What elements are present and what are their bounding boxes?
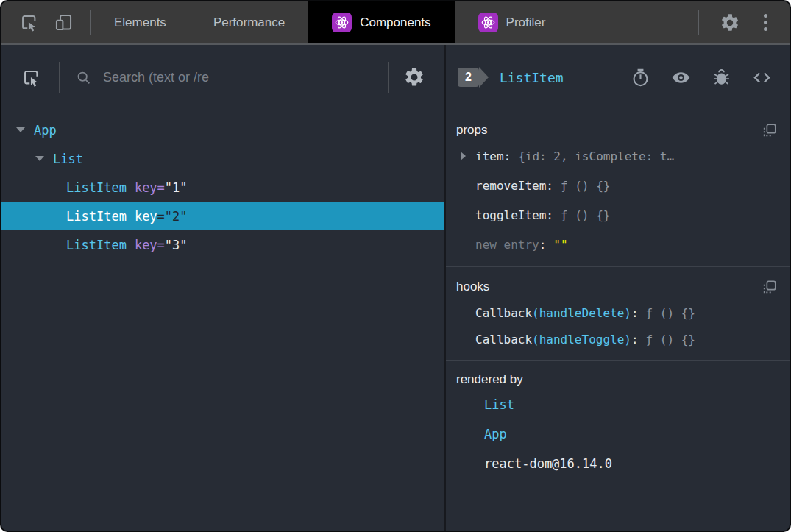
prop-name: removeItem <box>475 179 546 193</box>
search-icon <box>76 70 91 85</box>
component-name: ListItem <box>66 209 127 224</box>
tab-elements[interactable]: Elements <box>91 1 190 43</box>
key-attribute: key <box>135 238 157 252</box>
copy-hooks-icon[interactable] <box>762 279 778 295</box>
owners-stack-badge[interactable]: 2 <box>458 68 479 87</box>
component-name: ListItem <box>66 238 127 252</box>
react-logo-icon <box>478 13 498 32</box>
key-value: "1" <box>165 180 188 195</box>
key-attribute: key <box>135 209 157 224</box>
rendered-by-section-title: rendered by <box>456 372 523 387</box>
hook-name: Callback <box>475 333 532 347</box>
devtools-settings-gear-icon[interactable] <box>720 13 740 33</box>
component-tree: App List ListItemkey="1" ListItemkey="2"… <box>1 110 444 259</box>
hook-callback-name: (handleToggle) <box>532 333 631 347</box>
hook-row-handletoggle[interactable]: Callback(handleToggle): ƒ () {} <box>456 326 778 352</box>
new-entry-name-input[interactable]: new entry <box>475 238 539 252</box>
selected-component-panel: 2 ListItem <box>446 45 790 531</box>
tree-row-listitem-2-selected[interactable]: ListItemkey="2" <box>1 202 444 230</box>
colon: : <box>631 306 639 320</box>
toolbar-separator <box>59 62 60 93</box>
hook-row-handledelete[interactable]: Callback(handleDelete): ƒ () {} <box>456 299 778 326</box>
expand-arrow-icon[interactable] <box>461 152 466 160</box>
props-section-title: props <box>456 123 488 138</box>
browser-devtools-tabbar: Elements Performance Components <box>1 1 790 45</box>
tab-profiler[interactable]: Profiler <box>455 1 570 43</box>
props-section: props item: {id: 2, isComplete: t… remo <box>446 110 790 267</box>
prop-row-item[interactable]: item: {id: 2, isComplete: t… <box>456 141 778 171</box>
prop-value: {id: 2, isComplete: t… <box>518 149 674 163</box>
view-source-code-icon[interactable] <box>752 68 772 88</box>
tab-label: Profiler <box>506 15 546 30</box>
tab-components[interactable]: Components <box>308 1 454 43</box>
colon: : <box>546 208 553 222</box>
expand-arrow-icon[interactable] <box>35 156 44 161</box>
component-name: ListItem <box>66 180 127 195</box>
renderer-version: react-dom@16.14.0 <box>484 456 612 471</box>
key-value: "2" <box>165 209 188 224</box>
tab-label: Performance <box>213 15 285 30</box>
tabbar-separator <box>698 10 699 35</box>
components-tree-panel: App List ListItemkey="1" ListItemkey="2"… <box>1 45 446 531</box>
hook-name: Callback <box>475 306 532 320</box>
key-equals: = <box>157 209 165 224</box>
hook-value: ƒ () {} <box>646 306 695 320</box>
select-element-icon[interactable] <box>21 68 41 88</box>
colon: : <box>631 333 639 347</box>
components-settings-gear-icon[interactable] <box>403 66 425 88</box>
search-input[interactable] <box>102 69 373 86</box>
prop-row-removeitem[interactable]: removeItem: ƒ () {} <box>456 171 778 200</box>
component-name: App <box>34 123 57 138</box>
hooks-section: hooks Callback(handleDelete): ƒ () {} C <box>446 267 790 361</box>
key-attribute: key <box>135 180 157 195</box>
prop-row-new-entry[interactable]: new entry: "" <box>456 230 778 259</box>
rendered-by-row-list[interactable]: List <box>456 390 778 419</box>
prop-name: item <box>475 149 504 163</box>
tree-row-listitem-3[interactable]: ListItemkey="3" <box>1 230 444 259</box>
owner-link[interactable]: List <box>484 397 514 412</box>
suspense-stopwatch-icon[interactable] <box>631 68 650 88</box>
hook-callback-name: (handleDelete) <box>532 306 631 320</box>
new-entry-value-input[interactable]: "" <box>553 238 567 252</box>
copy-props-icon[interactable] <box>762 122 778 138</box>
tree-row-list[interactable]: List <box>1 144 444 173</box>
hook-value: ƒ () {} <box>646 333 695 347</box>
tab-performance[interactable]: Performance <box>190 1 308 43</box>
tree-row-app[interactable]: App <box>1 116 444 144</box>
device-toolbar-icon[interactable] <box>54 13 74 32</box>
rendered-by-row-react-dom: react-dom@16.14.0 <box>456 449 778 478</box>
expand-arrow-icon[interactable] <box>16 127 25 132</box>
colon: : <box>504 149 511 163</box>
prop-name: toggleItem <box>475 208 546 222</box>
prop-row-toggleitem[interactable]: toggleItem: ƒ () {} <box>456 200 778 230</box>
key-equals: = <box>157 180 165 195</box>
colon: : <box>539 238 547 252</box>
key-value: "3" <box>165 238 188 252</box>
prop-value: ƒ () {} <box>561 208 610 222</box>
tab-label: Components <box>360 15 430 30</box>
devtools-menu-kebab-icon[interactable] <box>761 11 770 34</box>
inspect-dom-eye-icon[interactable] <box>671 68 691 88</box>
tab-label: Elements <box>114 15 166 30</box>
log-to-console-bug-icon[interactable] <box>712 68 731 88</box>
owner-link[interactable]: App <box>484 427 507 441</box>
hooks-section-title: hooks <box>456 280 489 294</box>
rendered-by-row-app[interactable]: App <box>456 419 778 449</box>
tree-row-listitem-1[interactable]: ListItemkey="1" <box>1 173 444 202</box>
react-logo-icon <box>332 13 352 32</box>
key-equals: = <box>157 238 165 252</box>
prop-value: ƒ () {} <box>561 179 610 193</box>
selected-component-title: ListItem <box>500 70 564 85</box>
inspect-element-icon[interactable] <box>19 13 39 32</box>
rendered-by-section: rendered by List App react-dom@16.14.0 <box>446 361 790 531</box>
component-name: List <box>53 152 83 166</box>
toolbar-separator <box>388 62 389 93</box>
colon: : <box>546 179 553 193</box>
devtools-window: Elements Performance Components <box>0 0 791 532</box>
